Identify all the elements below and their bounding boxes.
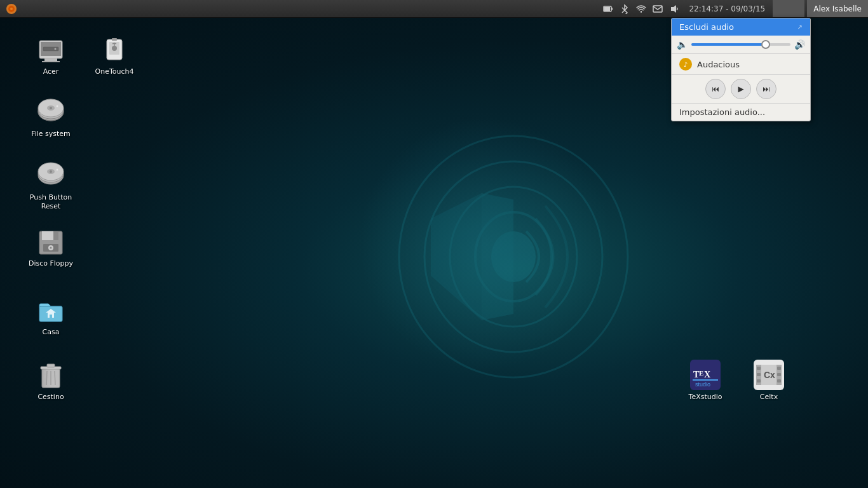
svg-rect-54: [42, 369, 60, 388]
volume-high-icon: 🔊: [794, 39, 805, 50]
audacious-icon: ♪: [679, 58, 692, 71]
celtx-icon: Cx: [754, 360, 784, 390]
acer-icon: [36, 34, 66, 65]
casa-label: Casa: [43, 328, 60, 337]
cursor-indicator: ↗: [797, 24, 803, 30]
svg-point-24: [112, 46, 117, 51]
desktop-icon-texstudio[interactable]: T E X studio TeXstudio: [680, 357, 731, 404]
svg-point-0: [399, 136, 628, 377]
svg-point-9: [10, 8, 13, 10]
svg-point-3: [475, 212, 552, 301]
svg-text:E: E: [699, 369, 703, 377]
desktop-icon-celtx[interactable]: Cx Celtx: [743, 357, 794, 404]
volume-slider-fill: [691, 43, 766, 46]
svg-rect-66: [757, 373, 761, 376]
wifi-tray-icon[interactable]: [634, 4, 648, 14]
svg-rect-50: [47, 364, 55, 367]
discofloppy-label: Disco Floppy: [29, 259, 73, 268]
texstudio-icon: T E X studio: [690, 360, 721, 390]
svg-rect-11: [611, 8, 613, 10]
svg-rect-47: [50, 315, 52, 318]
onetouch4-label: OneTouch4: [95, 67, 134, 76]
bluetooth-tray-icon[interactable]: [618, 4, 632, 14]
filesystem-icon: [36, 97, 66, 127]
taskbar: 22:14:37 - 09/03/15 Alex Isabelle: [0, 0, 868, 18]
desktop-icon-pushbutton[interactable]: Push Button Reset: [25, 158, 76, 214]
svg-point-30: [50, 107, 52, 109]
volume-tray-icon[interactable]: [667, 4, 681, 14]
svg-text:X: X: [704, 370, 710, 379]
audio-popup: Escludi audio ↗ 🔈 🔊 ♪ Audacious ⏮ ▶: [671, 18, 811, 121]
svg-point-37: [57, 169, 58, 171]
svg-rect-65: [757, 367, 761, 370]
svg-point-31: [57, 105, 58, 107]
svg-rect-17: [44, 58, 57, 61]
battery-tray-icon[interactable]: [601, 4, 615, 14]
svg-point-36: [50, 170, 52, 173]
svg-rect-23: [112, 38, 117, 41]
desktop-icon-casa[interactable]: Casa: [25, 292, 76, 339]
play-button[interactable]: ▶: [731, 79, 751, 99]
cestino-label: Cestino: [37, 393, 64, 402]
desktop-icon-acer[interactable]: Acer: [25, 32, 76, 79]
svg-point-2: [450, 187, 577, 327]
acer-label: Acer: [43, 67, 59, 76]
svg-rect-12: [604, 7, 610, 11]
speaker-watermark: [355, 85, 672, 403]
datetime-display: 22:14:37 - 09/03/15: [684, 4, 770, 13]
svg-point-1: [424, 161, 602, 352]
svg-rect-18: [42, 61, 60, 62]
mail-tray-icon[interactable]: [651, 4, 665, 14]
discofloppy-icon: [36, 226, 66, 257]
svg-rect-69: [777, 373, 781, 376]
volume-low-icon: 🔈: [677, 39, 688, 50]
prev-button[interactable]: ⏮: [705, 79, 726, 99]
desktop: 22:14:37 - 09/03/15 Alex Isabelle Acer: [0, 0, 868, 488]
casa-icon: [36, 295, 66, 325]
svg-point-20: [55, 48, 57, 50]
next-button[interactable]: ⏭: [756, 79, 776, 99]
texstudio-label: TeXstudio: [689, 393, 722, 402]
desktop-icon-filesystem[interactable]: File system: [25, 94, 76, 141]
taskbar-right: 22:14:37 - 09/03/15 Alex Isabelle: [601, 0, 868, 17]
svg-marker-14: [671, 5, 676, 13]
celtx-label: Celtx: [760, 393, 778, 402]
onetouch4-icon: [99, 34, 130, 65]
desktop-icon-onetouch4[interactable]: OneTouch4: [89, 32, 140, 79]
volume-slider-thumb: [761, 40, 770, 49]
svg-point-43: [50, 247, 52, 249]
svg-marker-5: [431, 193, 482, 320]
player-row: ♪ Audacious: [672, 54, 810, 75]
svg-marker-4: [482, 193, 513, 320]
desktop-icon-cestino[interactable]: Cestino: [25, 357, 76, 404]
media-controls-row: ⏮ ▶ ⏭: [672, 75, 810, 104]
desktop-icon-discofloppy[interactable]: Disco Floppy: [25, 224, 76, 271]
svg-rect-13: [653, 6, 662, 12]
mute-audio-item[interactable]: Escludi audio ↗: [672, 18, 810, 36]
svg-point-6: [491, 231, 536, 282]
username-badge[interactable]: Alex Isabelle: [807, 0, 868, 17]
filesystem-label: File system: [31, 130, 71, 139]
volume-slider-row: 🔈 🔊: [672, 36, 810, 54]
svg-text:studio: studio: [695, 381, 710, 388]
taskbar-empty-block: [773, 0, 804, 17]
svg-rect-67: [757, 379, 761, 383]
audio-settings-item[interactable]: Impostazioni audio...: [672, 104, 810, 121]
cestino-icon: [36, 360, 66, 390]
app-menu-button[interactable]: [3, 0, 20, 18]
pushbutton-icon: [36, 160, 66, 191]
svg-rect-40: [53, 231, 58, 240]
mute-audio-label: Escludi audio: [679, 22, 734, 32]
player-name: Audacious: [697, 60, 803, 69]
pushbutton-label: Push Button Reset: [30, 193, 72, 212]
svg-rect-68: [777, 367, 781, 370]
volume-slider[interactable]: [691, 43, 790, 46]
svg-rect-70: [777, 379, 781, 383]
svg-text:Cx: Cx: [764, 370, 775, 380]
taskbar-left: [0, 0, 20, 18]
